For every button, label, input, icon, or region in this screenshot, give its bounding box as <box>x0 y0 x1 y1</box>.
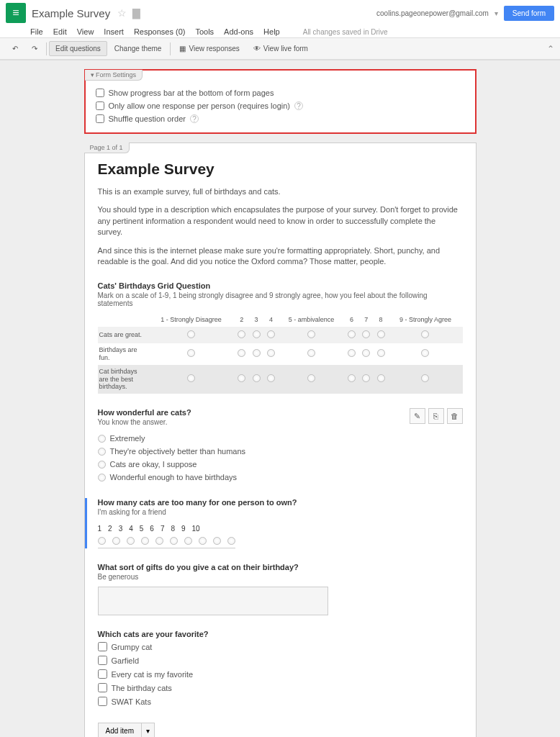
radio-option[interactable] <box>98 435 106 443</box>
add-item-dropdown[interactable]: ▾ <box>142 723 155 737</box>
setting-label: Show progress bar at the bottom of form … <box>109 89 274 97</box>
scale-question[interactable]: How many cats are too many for one perso… <box>85 498 463 548</box>
menu-help[interactable]: Help <box>263 27 280 36</box>
doc-title[interactable]: Example Survey <box>32 7 110 19</box>
forms-app-icon[interactable]: ≡ <box>6 3 26 23</box>
multiple-choice-question[interactable]: ✎ ⎘ 🗑 How wonderful are cats? You know t… <box>98 408 463 484</box>
shuffle-checkbox[interactable] <box>96 114 104 123</box>
menu-responses[interactable]: Responses (0) <box>134 27 186 36</box>
menu-view[interactable]: View <box>77 27 94 36</box>
redo-button[interactable]: ↷ <box>25 41 44 56</box>
edit-question-button[interactable]: ✎ <box>410 408 425 424</box>
send-form-button-header[interactable]: Send form <box>504 6 554 21</box>
collapse-icon[interactable]: ⌃ <box>547 44 554 54</box>
edit-questions-tab[interactable]: Edit questions <box>49 41 107 56</box>
text-answer-field[interactable] <box>98 587 328 615</box>
radio-option[interactable] <box>98 448 106 456</box>
view-responses-button[interactable]: ▦View responses <box>173 41 245 56</box>
question-help: You know the answer. <box>98 418 463 426</box>
separator <box>46 42 47 55</box>
checkbox-option[interactable] <box>98 669 107 679</box>
menu-edit[interactable]: Edit <box>53 27 67 36</box>
help-icon[interactable]: ? <box>294 101 303 110</box>
question-help: Be generous <box>98 573 463 581</box>
form-title[interactable]: Example Survey <box>98 160 463 178</box>
star-icon[interactable]: ☆ <box>117 7 127 19</box>
form-settings-tab[interactable]: ▾ Form Settings <box>85 70 143 81</box>
form-description[interactable]: This is an example survey, full of birth… <box>98 186 463 197</box>
scale-radio[interactable] <box>98 537 106 545</box>
grid-question[interactable]: Cats' Birthdays Grid Question Mark on a … <box>98 281 463 394</box>
question-title: How many cats are too many for one perso… <box>98 498 463 507</box>
menu-file[interactable]: File <box>30 27 43 36</box>
save-status: All changes saved in Drive <box>303 28 388 36</box>
undo-button[interactable]: ↶ <box>6 41 24 56</box>
question-title: Which cats are your favorite? <box>98 630 463 638</box>
user-email[interactable]: coolins.pageonepower@gmail.com <box>376 9 489 17</box>
form-description[interactable]: You should type in a description which e… <box>98 204 463 238</box>
checkbox-option[interactable] <box>98 656 107 665</box>
question-title: Cats' Birthdays Grid Question <box>98 281 463 290</box>
separator <box>170 42 171 55</box>
setting-label: Shuffle question order <box>109 114 186 123</box>
menu-insert[interactable]: Insert <box>104 27 124 36</box>
setting-label: Only allow one response per person (requ… <box>109 101 291 110</box>
grid-radio[interactable] <box>187 330 195 338</box>
menu-tools[interactable]: Tools <box>195 27 214 36</box>
page-tab: Page 1 of 1 <box>84 143 130 153</box>
question-title: What sort of gifts do you give a cat on … <box>98 563 463 571</box>
checkbox-question[interactable]: Which cats are your favorite? Grumpy cat… <box>98 630 463 708</box>
menu-addons[interactable]: Add-ons <box>224 27 253 36</box>
form-description[interactable]: And since this is the internet please ma… <box>98 245 463 268</box>
eye-icon: 👁 <box>253 45 261 53</box>
grid-icon: ▦ <box>179 45 186 53</box>
add-item-button[interactable]: Add item <box>98 723 142 737</box>
view-live-form-button[interactable]: 👁View live form <box>247 41 315 56</box>
change-theme-tab[interactable]: Change theme <box>108 41 168 56</box>
duplicate-question-button[interactable]: ⎘ <box>428 408 444 424</box>
form-panel: Page 1 of 1 Example Survey This is an ex… <box>84 143 477 737</box>
folder-icon[interactable]: ▇ <box>132 7 140 19</box>
delete-question-button[interactable]: 🗑 <box>447 408 463 424</box>
question-title: How wonderful are cats? <box>98 408 463 417</box>
form-settings-panel: ▾ Form Settings Show progress bar at the… <box>84 69 477 134</box>
question-help: I'm asking for a friend <box>98 508 463 516</box>
checkbox-option[interactable] <box>98 697 107 706</box>
text-question[interactable]: What sort of gifts do you give a cat on … <box>98 563 463 615</box>
progress-bar-checkbox[interactable] <box>96 89 104 97</box>
radio-option[interactable] <box>98 461 106 469</box>
checkbox-option[interactable] <box>98 683 107 692</box>
help-icon[interactable]: ? <box>190 114 199 123</box>
account-dropdown-icon[interactable]: ▾ <box>494 9 498 17</box>
radio-option[interactable] <box>98 474 106 481</box>
checkbox-option[interactable] <box>98 642 107 651</box>
question-help: Mark on a scale of 1-9, 1 being strongly… <box>98 291 463 307</box>
one-response-checkbox[interactable] <box>96 101 104 110</box>
